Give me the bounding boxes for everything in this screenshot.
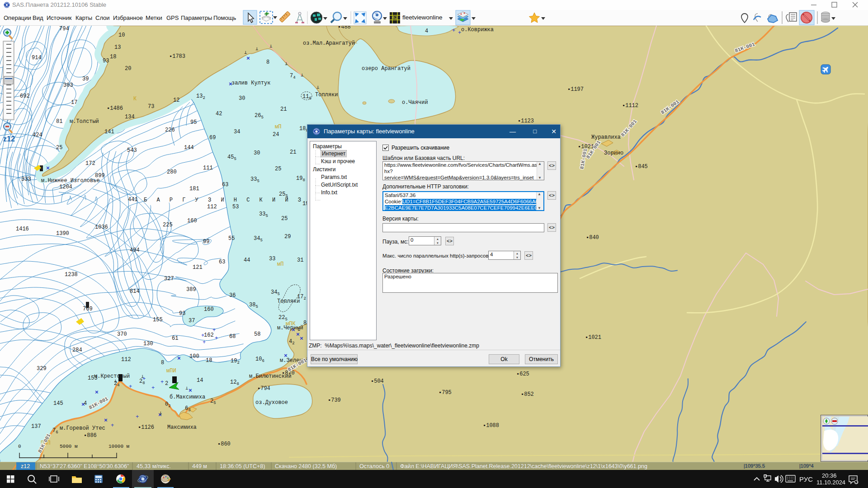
- svg-text:543: 543: [127, 147, 137, 154]
- svg-text:мПК: мПК: [286, 321, 296, 327]
- svg-text:37: 37: [189, 318, 195, 324]
- svg-text:329: 329: [37, 366, 47, 372]
- svg-text:К: К: [133, 96, 137, 102]
- svg-text:4: 4: [84, 400, 87, 407]
- svg-text:449 м: 449 м: [192, 463, 207, 469]
- svg-text:Файл E:\НАВИГАЦИЯ\SAS.Planet.R: Файл E:\НАВИГАЦИЯ\SAS.Planet.Release.201…: [400, 463, 647, 469]
- svg-text:53: 53: [232, 204, 239, 210]
- svg-text:63: 63: [219, 259, 225, 265]
- svg-text:⊥: ⊥: [159, 411, 162, 416]
- svg-text:|109°4: |109°4: [799, 463, 814, 469]
- svg-text:21: 21: [290, 149, 296, 155]
- svg-text:×: ×: [246, 55, 250, 62]
- svg-text:814: 814: [130, 288, 140, 295]
- svg-text:оз.Духовое: оз.Духовое: [255, 399, 288, 406]
- svg-text:25: 25: [275, 166, 281, 172]
- svg-text:121: 121: [193, 264, 203, 271]
- svg-text:×: ×: [104, 417, 108, 424]
- svg-text:99: 99: [203, 239, 209, 245]
- svg-text:▪1126: ▪1126: [138, 424, 154, 431]
- svg-text:5000 м: 5000 м: [60, 444, 78, 449]
- svg-text:4: 4: [425, 28, 428, 34]
- svg-text:1416: 1416: [16, 226, 29, 232]
- svg-text:▪739: ▪739: [328, 397, 341, 404]
- svg-text:914: 914: [32, 55, 42, 61]
- svg-text:69: 69: [209, 135, 216, 141]
- svg-text:⊥: ⊥: [244, 50, 247, 55]
- svg-text:Скачано 2480 (32,5 Мб): Скачано 2480 (32,5 Мб): [275, 463, 337, 469]
- svg-text:73: 73: [148, 103, 154, 110]
- svg-text:|109°35.5: |109°35.5: [744, 463, 765, 469]
- svg-text:62: 62: [392, 16, 397, 20]
- svg-text:⊥: ⊥: [269, 44, 272, 49]
- svg-text:769: 769: [83, 306, 93, 312]
- svg-text:58: 58: [254, 331, 260, 338]
- svg-text:0: 0: [18, 444, 21, 449]
- svg-text:+: +: [452, 28, 455, 34]
- svg-text:▪1783: ▪1783: [169, 53, 185, 60]
- svg-text:55: 55: [228, 235, 235, 242]
- svg-text:160: 160: [204, 306, 214, 313]
- svg-text:⊥: ⊥: [285, 61, 288, 66]
- svg-text:10000 м: 10000 м: [108, 444, 130, 449]
- svg-text:30: 30: [239, 95, 245, 102]
- svg-text:39: 39: [82, 76, 89, 82]
- svg-text:42: 42: [216, 111, 222, 117]
- svg-text:Максимиха: Максимиха: [167, 424, 197, 431]
- svg-text:36: 36: [229, 292, 236, 299]
- svg-text:+: +: [203, 339, 206, 346]
- svg-text:Топляки: Топляки: [315, 92, 338, 98]
- svg-text:+: +: [111, 422, 114, 429]
- svg-text:303: 303: [63, 82, 73, 89]
- svg-text:▪845: ▪845: [635, 164, 648, 170]
- svg-text:2: 2: [165, 380, 168, 387]
- svg-text:33: 33: [269, 256, 275, 262]
- svg-text:⊥: ⊥: [185, 386, 188, 391]
- svg-text:134: 134: [125, 114, 135, 120]
- svg-text:441: 441: [128, 197, 138, 203]
- svg-text:145: 145: [53, 400, 63, 407]
- svg-text:63: 63: [222, 182, 228, 188]
- svg-text:45,33 м/пикс.: 45,33 м/пикс.: [137, 463, 171, 469]
- svg-text:24: 24: [273, 131, 279, 138]
- svg-text:370: 370: [117, 331, 127, 338]
- svg-text:18:36:05 (UTC+8): 18:36:05 (UTC+8): [220, 463, 265, 469]
- svg-text:18: 18: [206, 357, 212, 364]
- svg-text:▪1112: ▪1112: [622, 103, 638, 109]
- svg-text:12: 12: [173, 97, 179, 103]
- svg-text:112: 112: [121, 357, 131, 363]
- svg-text:+: +: [136, 414, 139, 420]
- svg-text:▪1123: ▪1123: [518, 118, 534, 124]
- svg-text:1036: 1036: [95, 224, 108, 230]
- svg-text:424: 424: [33, 132, 42, 138]
- svg-text:+: +: [215, 335, 218, 342]
- svg-text:+: +: [151, 385, 155, 391]
- svg-text:▪504: ▪504: [371, 378, 384, 385]
- svg-text:160: 160: [187, 218, 197, 224]
- svg-text:N53°37'27.6360" E108°50'30.630: N53°37'27.6360" E108°50'30.6306": [40, 463, 129, 469]
- svg-text:34: 34: [234, 129, 240, 135]
- svg-text:×: ×: [300, 335, 303, 342]
- svg-text:залив Култук: залив Култук: [231, 80, 270, 86]
- svg-text:44: 44: [244, 257, 250, 263]
- svg-text:17: 17: [71, 99, 77, 106]
- svg-text:fleetviewonline: fleetviewonline: [402, 14, 443, 21]
- svg-text:93: 93: [179, 310, 185, 317]
- svg-text:×: ×: [296, 331, 300, 338]
- svg-text:о.Чаячий: о.Чаячий: [402, 99, 428, 106]
- svg-text:31: 31: [297, 257, 303, 263]
- svg-text:⊥: ⊥: [301, 73, 303, 78]
- svg-text:мПИ: мПИ: [166, 368, 176, 374]
- svg-text:327: 327: [164, 276, 174, 282]
- svg-text:25: 25: [56, 145, 62, 151]
- svg-text:Журавлиха: Журавлиха: [591, 134, 621, 141]
- svg-text:18: 18: [110, 54, 116, 60]
- svg-text:1204: 1204: [59, 184, 72, 190]
- svg-text:×: ×: [95, 389, 99, 396]
- svg-text:494: 494: [130, 247, 140, 253]
- svg-text:×: ×: [189, 387, 192, 394]
- svg-text:29: 29: [284, 234, 291, 240]
- svg-text:30: 30: [254, 150, 260, 156]
- svg-text:м.Горевой Утес: м.Горевой Утес: [60, 425, 105, 432]
- svg-text:172: 172: [85, 160, 95, 167]
